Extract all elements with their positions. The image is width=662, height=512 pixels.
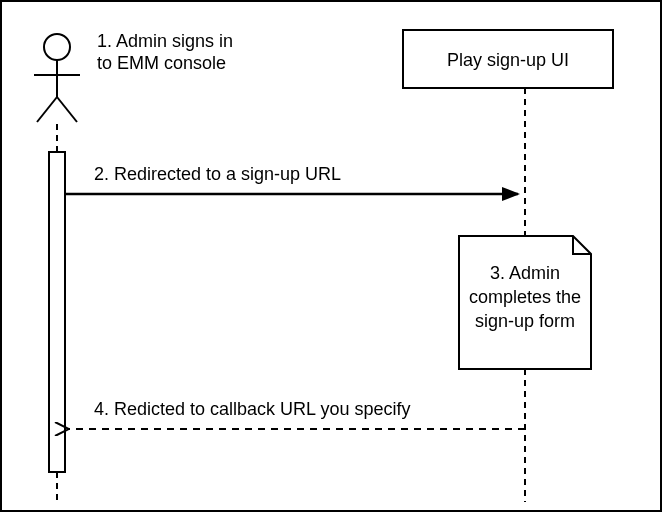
step4-label: 4. Redicted to callback URL you specify [94, 399, 411, 419]
actor-activation-bar [49, 152, 65, 472]
step1-line1: 1. Admin signs in [97, 31, 233, 51]
step3-line3: sign-up form [475, 311, 575, 331]
step2-label: 2. Redirected to a sign-up URL [94, 164, 341, 184]
step3-line2: completes the [469, 287, 581, 307]
svg-line-3 [37, 97, 57, 122]
svg-point-0 [44, 34, 70, 60]
sequence-diagram: { "step1_line1": "1. Admin signs in", "s… [0, 0, 662, 512]
step1-line2: to EMM console [97, 53, 226, 73]
svg-line-4 [57, 97, 77, 122]
diagram-svg: 1. Admin signs in to EMM console Play si… [2, 2, 662, 512]
step3-line1: 3. Admin [490, 263, 560, 283]
actor-admin-icon [34, 34, 80, 122]
participant-play-label: Play sign-up UI [447, 50, 569, 70]
